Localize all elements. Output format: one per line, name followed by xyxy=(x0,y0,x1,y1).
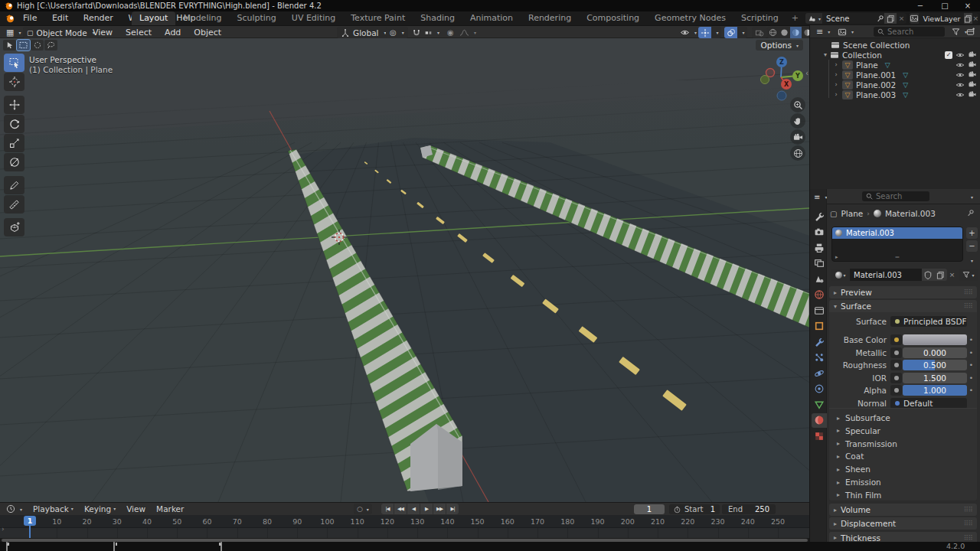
object-type-visibility-dropdown[interactable]: ▾ xyxy=(677,27,700,38)
tool-select-box[interactable] xyxy=(4,54,24,72)
mesh-object-icon[interactable]: ▽ xyxy=(842,70,853,80)
select-circle-button[interactable] xyxy=(31,40,44,51)
panel-displacement[interactable]: ▸Displacement⠿⠿ xyxy=(829,517,977,530)
outliner-row-scene-collection[interactable]: Scene Collection xyxy=(810,40,980,50)
surface-dropdown[interactable]: Principled BSDF xyxy=(890,316,967,327)
checkbox-icon[interactable]: ✓ xyxy=(945,51,952,59)
options-dropdown[interactable]: Options▾ xyxy=(756,40,803,51)
property-row-metallic[interactable]: Metallic0.000• xyxy=(829,347,975,358)
tool-add-cube[interactable] xyxy=(4,218,24,236)
subpanel-subsurface[interactable]: ▸Subsurface xyxy=(837,412,890,424)
metallic-slider[interactable]: 0.000 xyxy=(903,347,967,358)
workspace-tab-scripting[interactable]: Scripting xyxy=(733,11,786,25)
workspace-tab-compositing[interactable]: Compositing xyxy=(579,11,647,25)
proportional-editing-toggle[interactable]: ◉ xyxy=(444,27,457,38)
outliner-row-collection[interactable]: ▾Collection ✓ xyxy=(810,50,980,60)
workspace-tab-geometry-nodes[interactable]: Geometry Nodes xyxy=(647,11,733,25)
physics-tab[interactable] xyxy=(812,366,827,380)
timeline-editor-type-dropdown[interactable]: ▾ xyxy=(3,504,25,514)
expand-arrow-icon[interactable]: ▾ xyxy=(821,51,830,58)
outliner-row-plane-001[interactable]: ›▽Plane.001▽ xyxy=(810,70,980,80)
zoom-view-button[interactable] xyxy=(790,97,805,112)
workspace-tab-shading[interactable]: Shading xyxy=(413,11,462,25)
material-slot-list[interactable]: Material.003 ▸ ═ xyxy=(831,227,963,262)
fake-user-shield-button[interactable] xyxy=(922,269,934,281)
play-reverse-button[interactable]: ◀ xyxy=(407,504,420,514)
menu-object[interactable]: Object xyxy=(188,27,227,38)
breadcrumb-object[interactable]: Plane xyxy=(841,209,863,218)
socket-icon[interactable] xyxy=(890,385,902,396)
expand-arrow-icon[interactable]: › xyxy=(831,81,841,88)
normal-dropdown[interactable]: Default xyxy=(890,398,967,409)
viewport-scene[interactable] xyxy=(0,38,809,502)
outliner-row-plane-002[interactable]: ›▽Plane.002▽ xyxy=(810,80,980,90)
show-gizmo-toggle[interactable] xyxy=(698,27,711,38)
world-tab[interactable] xyxy=(812,288,827,302)
pivot-point-dropdown[interactable]: ◎▾ xyxy=(386,27,408,38)
property-row-base-color[interactable]: Base Color• xyxy=(829,334,975,345)
camera-icon[interactable] xyxy=(968,61,977,68)
shading-wireframe-button[interactable] xyxy=(767,27,779,38)
camera-icon[interactable] xyxy=(968,81,977,88)
base-color-swatch[interactable] xyxy=(903,334,967,345)
keyframe-dot-icon[interactable]: • xyxy=(967,349,975,357)
socket-icon[interactable] xyxy=(890,347,902,358)
new-viewlayer-copy-icon[interactable] xyxy=(964,13,972,24)
pin-icon[interactable] xyxy=(876,15,884,23)
material-name-field[interactable]: Material.003 xyxy=(850,269,922,281)
subpanel-emission[interactable]: ▸Emission xyxy=(837,476,881,488)
list-resize-grip[interactable]: ═ xyxy=(896,254,900,261)
properties-search-input[interactable]: Search xyxy=(862,191,929,201)
playhead-badge[interactable]: 1 xyxy=(24,516,36,526)
render-tab[interactable] xyxy=(812,225,827,240)
menu-playback[interactable]: Playback▾ xyxy=(28,503,79,515)
object-tab[interactable] xyxy=(812,319,827,334)
eye-icon[interactable] xyxy=(956,82,965,88)
shading-solid-button[interactable] xyxy=(779,27,790,38)
tool-rotate[interactable] xyxy=(4,115,24,133)
gizmo-dropdown[interactable]: ▾ xyxy=(711,27,721,38)
socket-icon[interactable] xyxy=(890,373,902,383)
3d-viewport[interactable]: Options▾ User Perspective (1) Collection… xyxy=(0,38,809,502)
keyframe-dot-icon[interactable]: • xyxy=(967,374,975,382)
menu-add[interactable]: Add xyxy=(159,27,186,38)
constraints-tab[interactable] xyxy=(812,382,827,396)
browse-material-dropdown[interactable]: ▾ xyxy=(831,269,850,281)
unlink-material-button[interactable]: × xyxy=(947,271,957,279)
new-scene-copy-icon[interactable] xyxy=(884,13,897,24)
expand-arrow-icon[interactable]: › xyxy=(831,91,841,98)
outliner-row-plane[interactable]: ›▽Plane▽ xyxy=(810,60,980,70)
playhead-line[interactable] xyxy=(29,526,31,538)
scene-selector[interactable]: ▾ Scene × xyxy=(805,13,906,24)
camera-icon[interactable] xyxy=(968,71,977,78)
socket-icon[interactable] xyxy=(890,334,902,345)
timeline-expand-arrow[interactable]: › xyxy=(2,525,5,533)
eye-icon[interactable] xyxy=(956,92,965,98)
menu-select[interactable]: Select xyxy=(120,27,157,38)
viewlayer-browse-icon[interactable] xyxy=(910,13,919,24)
eye-icon[interactable] xyxy=(956,72,965,78)
property-row-roughness[interactable]: Roughness0.500• xyxy=(829,360,975,370)
workspace-tab-modeling[interactable]: Modeling xyxy=(175,11,229,25)
tool-tab[interactable] xyxy=(812,209,827,223)
socket-icon[interactable] xyxy=(890,360,902,370)
overlays-dropdown[interactable]: ▾ xyxy=(737,27,747,38)
outliner-search-input[interactable]: Search xyxy=(874,27,945,37)
panel-preview[interactable]: ▸Preview⠿⠿ xyxy=(829,286,977,298)
eye-icon[interactable] xyxy=(956,52,965,58)
workspace-tab-uv-editing[interactable]: UV Editing xyxy=(284,11,343,25)
ior-slider[interactable]: 1.500 xyxy=(903,373,967,383)
panel-thickness[interactable]: ▸Thickness⠿⠿ xyxy=(829,532,977,542)
property-row-normal[interactable]: NormalDefault xyxy=(829,398,975,409)
frame-start-field[interactable]: Start 1 xyxy=(669,504,720,514)
scene-name[interactable]: Scene xyxy=(822,15,876,23)
panel-volume[interactable]: ▸Volume⠿⠿ xyxy=(829,504,977,516)
collection-tab[interactable] xyxy=(812,303,827,318)
scene-tab[interactable] xyxy=(812,272,827,286)
workspace-tab-texture-paint[interactable]: Texture Paint xyxy=(343,11,413,25)
pan-view-button[interactable] xyxy=(790,113,805,129)
auto-keying-toggle[interactable]: ○▾ xyxy=(354,504,372,514)
menu-edit[interactable]: Edit xyxy=(46,11,74,25)
viewlayer-selector[interactable]: ViewLayer × xyxy=(910,13,978,24)
tool-scale[interactable] xyxy=(4,134,24,152)
